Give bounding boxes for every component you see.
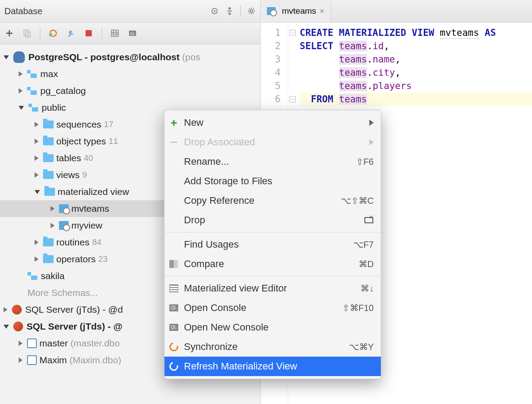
tab-label: mvteams (282, 6, 316, 16)
expand-arrow-icon[interactable] (4, 325, 9, 329)
menu-open-console[interactable]: QL Open Console ⇧⌘F10 (164, 298, 381, 318)
submenu-arrow-icon (369, 120, 374, 126)
node-label: object types (56, 136, 106, 147)
folder-icon (44, 188, 55, 196)
expand-arrow-icon[interactable] (19, 357, 23, 363)
tab-mvteams[interactable]: mvteams × (261, 0, 331, 22)
shortcut: ⌘↓ (360, 283, 374, 294)
node-label: routines (56, 237, 90, 248)
menu-separator (164, 232, 381, 233)
tree-node-max[interactable]: max (0, 66, 260, 82)
shortcut: ⌥F7 (353, 239, 374, 250)
fold-icon[interactable] (289, 30, 296, 36)
expand-arrow-icon[interactable] (35, 122, 39, 127)
close-icon[interactable]: × (320, 7, 325, 16)
menu-synchronize[interactable]: Synchronize ⌥⌘Y (164, 337, 381, 357)
menu-rename[interactable]: Rename... ⇧F6 (164, 152, 381, 171)
target-icon[interactable] (210, 7, 219, 16)
expand-arrow-icon[interactable] (4, 307, 8, 312)
svg-point-1 (214, 10, 215, 12)
node-label: More Schemas... (27, 287, 98, 298)
menu-drop[interactable]: Drop (164, 210, 381, 230)
matview-icon (267, 7, 276, 15)
gear-icon[interactable] (247, 7, 256, 16)
sqlserver-icon (13, 322, 23, 331)
node-count: 84 (92, 237, 102, 247)
sql-icon[interactable]: QL (128, 28, 137, 38)
minus-icon: − (169, 137, 179, 147)
node-label: max (40, 69, 58, 79)
menu-open-new-console[interactable]: QL Open New Console (164, 318, 381, 337)
copy-icon[interactable] (22, 28, 32, 38)
tree-node-pgcatalog[interactable]: pg_catalog (0, 82, 260, 99)
node-count: 17 (104, 120, 113, 129)
tree-node-postgres[interactable]: PostgreSQL - postgres@localhost (pos (0, 49, 260, 66)
add-icon[interactable] (4, 28, 14, 38)
expand-arrow-icon[interactable] (4, 55, 9, 59)
menu-add-storage[interactable]: Add Storage to Files (164, 171, 381, 191)
sqlserver-icon (12, 305, 22, 315)
wrench-icon[interactable] (66, 28, 76, 38)
expand-arrow-icon[interactable] (35, 155, 39, 161)
node-label: Maxim (39, 355, 67, 365)
console-icon: QL (169, 322, 179, 332)
expand-arrow-icon[interactable] (51, 206, 55, 211)
node-label: operators (56, 254, 96, 264)
node-label: pg_catalog (40, 85, 86, 96)
separator (102, 28, 102, 39)
svg-point-2 (250, 10, 253, 12)
menu-drop-associated: − Drop Associated (164, 132, 381, 152)
panel-title: Database (4, 6, 43, 16)
shortcut: ⌥⇧⌘C (341, 195, 374, 206)
menu-find-usages[interactable]: Find Usages ⌥F7 (164, 235, 381, 254)
tab-bar: mvteams × (261, 0, 532, 23)
expand-arrow-icon[interactable] (35, 139, 39, 144)
node-suffix: (Maxim.dbo) (70, 355, 121, 365)
split-icon[interactable] (225, 7, 234, 16)
schema-icon (28, 104, 39, 112)
expand-arrow-icon[interactable] (35, 172, 39, 178)
node-count: 23 (98, 254, 108, 264)
database-icon (27, 355, 37, 365)
table-icon (169, 284, 179, 293)
fold-icon[interactable] (289, 96, 296, 102)
node-label: myview (71, 220, 102, 231)
menu-copy-reference[interactable]: Copy Reference ⌥⇧⌘C (164, 191, 381, 210)
node-label: SQL Server (jTds) - @d (25, 304, 123, 315)
node-count: 40 (84, 153, 93, 163)
expand-arrow-icon[interactable] (35, 256, 39, 262)
menu-new[interactable]: + New (164, 113, 381, 132)
expand-arrow-icon[interactable] (35, 190, 40, 194)
expand-arrow-icon[interactable] (35, 240, 39, 245)
node-label: mvteams (71, 203, 109, 214)
refresh-icon[interactable] (48, 28, 58, 38)
svg-rect-6 (111, 30, 118, 36)
compare-icon (169, 259, 179, 269)
shortcut: ⌘D (359, 259, 374, 269)
stop-icon[interactable] (84, 28, 94, 38)
svg-text:QL: QL (130, 31, 135, 35)
expand-arrow-icon[interactable] (19, 341, 23, 346)
schema-icon (27, 272, 38, 280)
delete-icon (364, 215, 374, 225)
table-icon[interactable] (110, 28, 120, 38)
console-icon: QL (169, 303, 179, 313)
menu-refresh-materialized-view[interactable]: Refresh Materialized View (164, 357, 381, 376)
folder-icon (43, 255, 54, 263)
submenu-arrow-icon (369, 139, 374, 145)
context-menu: + New − Drop Associated Rename... ⇧F6 Ad… (164, 110, 381, 379)
menu-mv-editor[interactable]: Materialized view Editor ⌘↓ (164, 279, 381, 298)
expand-arrow-icon[interactable] (19, 71, 23, 77)
node-label: views (56, 170, 80, 180)
menu-compare[interactable]: Compare ⌘D (164, 254, 381, 274)
matview-icon (59, 204, 69, 213)
expand-arrow-icon[interactable] (19, 106, 24, 110)
folder-icon (43, 137, 54, 145)
expand-arrow-icon[interactable] (51, 223, 55, 228)
expand-arrow-icon[interactable] (19, 88, 23, 93)
node-count: 9 (82, 170, 87, 180)
postgresql-icon (13, 51, 25, 63)
node-label: master (39, 338, 68, 349)
svg-rect-5 (86, 30, 92, 36)
database-icon (27, 338, 37, 348)
